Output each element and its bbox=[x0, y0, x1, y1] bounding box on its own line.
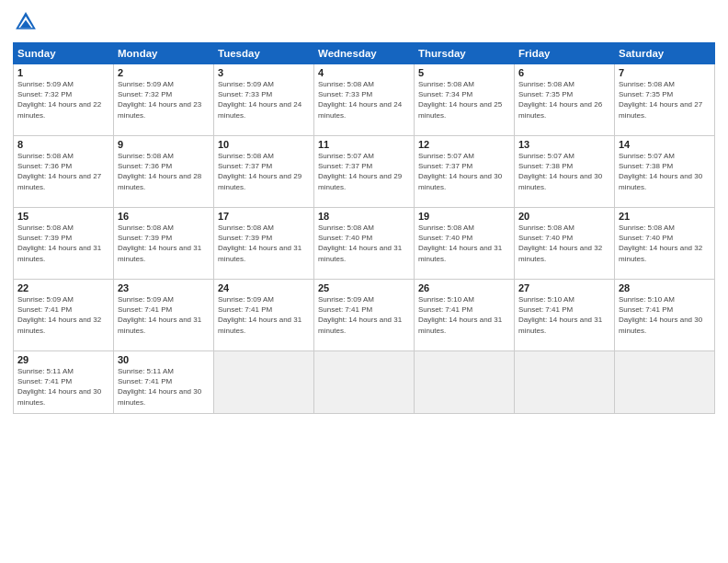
day-number: 1 bbox=[17, 67, 109, 78]
day-info: Sunrise: 5:08 AMSunset: 7:33 PMDaylight:… bbox=[318, 79, 410, 121]
day-number: 28 bbox=[619, 282, 711, 293]
table-row: 8Sunrise: 5:08 AMSunset: 7:36 PMDaylight… bbox=[14, 136, 114, 208]
day-number: 26 bbox=[418, 282, 510, 293]
table-row: 13Sunrise: 5:07 AMSunset: 7:38 PMDayligh… bbox=[515, 136, 615, 208]
table-row: 9Sunrise: 5:08 AMSunset: 7:36 PMDaylight… bbox=[114, 136, 214, 208]
day-info: Sunrise: 5:07 AMSunset: 7:38 PMDaylight:… bbox=[518, 151, 610, 192]
table-row: 7Sunrise: 5:08 AMSunset: 7:35 PMDaylight… bbox=[615, 64, 715, 136]
day-info: Sunrise: 5:08 AMSunset: 7:35 PMDaylight:… bbox=[619, 79, 711, 121]
table-row: 27Sunrise: 5:10 AMSunset: 7:41 PMDayligh… bbox=[515, 280, 615, 351]
day-info: Sunrise: 5:10 AMSunset: 7:41 PMDaylight:… bbox=[518, 294, 610, 336]
day-info: Sunrise: 5:08 AMSunset: 7:40 PMDaylight:… bbox=[619, 223, 711, 264]
table-row: 14Sunrise: 5:07 AMSunset: 7:38 PMDayligh… bbox=[615, 136, 715, 208]
day-number: 21 bbox=[619, 211, 711, 222]
logo-icon bbox=[13, 9, 39, 35]
day-number: 6 bbox=[518, 67, 610, 78]
table-row: 15Sunrise: 5:08 AMSunset: 7:39 PMDayligh… bbox=[14, 208, 114, 280]
logo bbox=[13, 9, 40, 35]
table-row: 3Sunrise: 5:09 AMSunset: 7:33 PMDaylight… bbox=[214, 64, 314, 136]
day-info: Sunrise: 5:07 AMSunset: 7:37 PMDaylight:… bbox=[318, 151, 410, 192]
th-monday: Monday bbox=[114, 43, 214, 64]
table-row: 25Sunrise: 5:09 AMSunset: 7:41 PMDayligh… bbox=[314, 280, 415, 351]
day-info: Sunrise: 5:08 AMSunset: 7:36 PMDaylight:… bbox=[118, 151, 210, 192]
table-row: 30Sunrise: 5:11 AMSunset: 7:41 PMDayligh… bbox=[114, 351, 214, 414]
table-row: 21Sunrise: 5:08 AMSunset: 7:40 PMDayligh… bbox=[615, 208, 715, 280]
table-row: 10Sunrise: 5:08 AMSunset: 7:37 PMDayligh… bbox=[214, 136, 314, 208]
day-number: 13 bbox=[518, 139, 610, 150]
day-info: Sunrise: 5:11 AMSunset: 7:41 PMDaylight:… bbox=[118, 366, 210, 408]
day-info: Sunrise: 5:07 AMSunset: 7:38 PMDaylight:… bbox=[619, 151, 711, 192]
day-number: 8 bbox=[17, 139, 109, 150]
day-info: Sunrise: 5:08 AMSunset: 7:39 PMDaylight:… bbox=[17, 223, 109, 264]
th-tuesday: Tuesday bbox=[214, 43, 314, 64]
calendar-week-row: 1Sunrise: 5:09 AMSunset: 7:32 PMDaylight… bbox=[14, 64, 715, 136]
day-number: 18 bbox=[318, 211, 410, 222]
day-number: 22 bbox=[17, 282, 109, 293]
table-row: 29Sunrise: 5:11 AMSunset: 7:41 PMDayligh… bbox=[14, 351, 114, 414]
th-sunday: Sunday bbox=[14, 43, 114, 64]
table-row bbox=[214, 351, 314, 414]
day-number: 19 bbox=[418, 211, 510, 222]
day-number: 5 bbox=[418, 67, 510, 78]
day-info: Sunrise: 5:08 AMSunset: 7:40 PMDaylight:… bbox=[318, 223, 410, 264]
calendar-week-row: 8Sunrise: 5:08 AMSunset: 7:36 PMDaylight… bbox=[14, 136, 715, 208]
table-row: 20Sunrise: 5:08 AMSunset: 7:40 PMDayligh… bbox=[515, 208, 615, 280]
day-info: Sunrise: 5:08 AMSunset: 7:40 PMDaylight:… bbox=[418, 223, 510, 264]
table-row: 17Sunrise: 5:08 AMSunset: 7:39 PMDayligh… bbox=[214, 208, 314, 280]
th-friday: Friday bbox=[515, 43, 615, 64]
day-number: 9 bbox=[118, 139, 210, 150]
table-row: 19Sunrise: 5:08 AMSunset: 7:40 PMDayligh… bbox=[415, 208, 515, 280]
table-row: 16Sunrise: 5:08 AMSunset: 7:39 PMDayligh… bbox=[114, 208, 214, 280]
day-info: Sunrise: 5:09 AMSunset: 7:41 PMDaylight:… bbox=[17, 294, 109, 336]
day-info: Sunrise: 5:09 AMSunset: 7:41 PMDaylight:… bbox=[218, 294, 310, 336]
day-number: 2 bbox=[118, 67, 210, 78]
table-row bbox=[314, 351, 415, 414]
calendar-week-row: 29Sunrise: 5:11 AMSunset: 7:41 PMDayligh… bbox=[14, 351, 715, 414]
day-info: Sunrise: 5:08 AMSunset: 7:37 PMDaylight:… bbox=[218, 151, 310, 192]
day-number: 12 bbox=[418, 139, 510, 150]
day-info: Sunrise: 5:10 AMSunset: 7:41 PMDaylight:… bbox=[619, 294, 711, 336]
day-info: Sunrise: 5:09 AMSunset: 7:41 PMDaylight:… bbox=[118, 294, 210, 336]
day-number: 27 bbox=[518, 282, 610, 293]
th-wednesday: Wednesday bbox=[314, 43, 415, 64]
day-info: Sunrise: 5:08 AMSunset: 7:40 PMDaylight:… bbox=[518, 223, 610, 264]
day-info: Sunrise: 5:10 AMSunset: 7:41 PMDaylight:… bbox=[418, 294, 510, 336]
day-number: 30 bbox=[118, 354, 210, 365]
day-number: 25 bbox=[318, 282, 410, 293]
day-number: 11 bbox=[318, 139, 410, 150]
table-row: 28Sunrise: 5:10 AMSunset: 7:41 PMDayligh… bbox=[615, 280, 715, 351]
day-info: Sunrise: 5:08 AMSunset: 7:35 PMDaylight:… bbox=[518, 79, 610, 121]
table-row: 5Sunrise: 5:08 AMSunset: 7:34 PMDaylight… bbox=[415, 64, 515, 136]
table-row: 1Sunrise: 5:09 AMSunset: 7:32 PMDaylight… bbox=[14, 64, 114, 136]
calendar-table: Sunday Monday Tuesday Wednesday Thursday… bbox=[13, 42, 715, 414]
day-number: 29 bbox=[17, 354, 109, 365]
table-row: 18Sunrise: 5:08 AMSunset: 7:40 PMDayligh… bbox=[314, 208, 415, 280]
table-row bbox=[515, 351, 615, 414]
day-info: Sunrise: 5:08 AMSunset: 7:36 PMDaylight:… bbox=[17, 151, 109, 192]
day-number: 14 bbox=[619, 139, 711, 150]
table-row: 12Sunrise: 5:07 AMSunset: 7:37 PMDayligh… bbox=[415, 136, 515, 208]
table-row: 26Sunrise: 5:10 AMSunset: 7:41 PMDayligh… bbox=[415, 280, 515, 351]
day-number: 16 bbox=[118, 211, 210, 222]
day-info: Sunrise: 5:09 AMSunset: 7:33 PMDaylight:… bbox=[218, 79, 310, 121]
day-info: Sunrise: 5:07 AMSunset: 7:37 PMDaylight:… bbox=[418, 151, 510, 192]
table-row: 11Sunrise: 5:07 AMSunset: 7:37 PMDayligh… bbox=[314, 136, 415, 208]
table-row: 6Sunrise: 5:08 AMSunset: 7:35 PMDaylight… bbox=[515, 64, 615, 136]
day-number: 24 bbox=[218, 282, 310, 293]
th-saturday: Saturday bbox=[615, 43, 715, 64]
day-number: 23 bbox=[118, 282, 210, 293]
page: Sunday Monday Tuesday Wednesday Thursday… bbox=[0, 0, 728, 563]
day-info: Sunrise: 5:09 AMSunset: 7:41 PMDaylight:… bbox=[318, 294, 410, 336]
day-info: Sunrise: 5:08 AMSunset: 7:39 PMDaylight:… bbox=[118, 223, 210, 264]
day-number: 4 bbox=[318, 67, 410, 78]
day-info: Sunrise: 5:11 AMSunset: 7:41 PMDaylight:… bbox=[17, 366, 109, 408]
day-number: 10 bbox=[218, 139, 310, 150]
calendar-week-row: 22Sunrise: 5:09 AMSunset: 7:41 PMDayligh… bbox=[14, 280, 715, 351]
table-row: 2Sunrise: 5:09 AMSunset: 7:32 PMDaylight… bbox=[114, 64, 214, 136]
table-row: 22Sunrise: 5:09 AMSunset: 7:41 PMDayligh… bbox=[14, 280, 114, 351]
table-row: 24Sunrise: 5:09 AMSunset: 7:41 PMDayligh… bbox=[214, 280, 314, 351]
day-number: 7 bbox=[619, 67, 711, 78]
day-number: 15 bbox=[17, 211, 109, 222]
table-row bbox=[615, 351, 715, 414]
day-number: 20 bbox=[518, 211, 610, 222]
